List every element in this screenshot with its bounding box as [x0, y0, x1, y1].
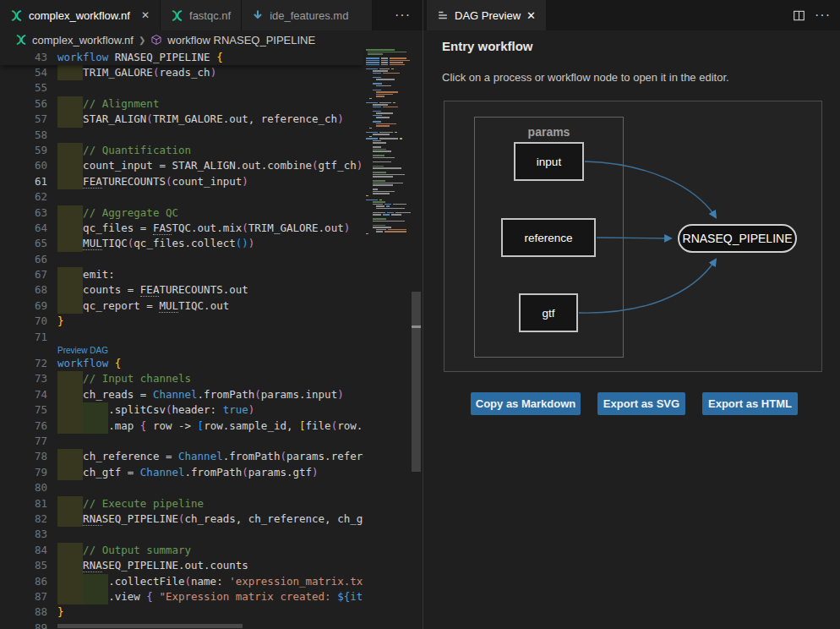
line-number: 68: [0, 282, 47, 298]
node-gtf[interactable]: gtf: [519, 293, 578, 332]
code-line[interactable]: 65 MULTIQC(qc_files.collect()): [0, 236, 363, 251]
dag-preview-panel: DAG Preview ✕ ··· Entry workflow Click o…: [423, 0, 840, 629]
horizontal-scrollbar-thumb[interactable]: [57, 624, 243, 628]
tab-complex-workflow[interactable]: complex_workflow.nf ✕: [0, 0, 161, 30]
code-line[interactable]: 59 // Quantification: [0, 143, 363, 158]
minimap[interactable]: [364, 49, 412, 629]
editor-tabbar: complex_workflow.nf ✕ fastqc.nf ide_feat…: [0, 0, 423, 30]
line-number: 74: [0, 387, 47, 402]
code-line[interactable]: 77: [0, 434, 363, 449]
panel-more-actions[interactable]: ···: [815, 0, 831, 30]
line-number: 73: [0, 371, 47, 386]
line-number: 61: [0, 174, 47, 189]
code-line[interactable]: 86 .collectFile(name: 'expression_matrix…: [0, 574, 363, 589]
line-number: 72: [0, 356, 47, 371]
node-reference[interactable]: reference: [501, 218, 596, 257]
code-line[interactable]: 57 STAR_ALIGN(TRIM_GALORE.out, reference…: [0, 112, 363, 127]
scrollbar-decoration: [412, 325, 421, 328]
breadcrumb-file[interactable]: complex_workflow.nf: [32, 34, 134, 46]
code-line[interactable]: 84 // Output summary: [0, 543, 363, 558]
line-number: 66: [0, 252, 47, 267]
code-line[interactable]: 75 .splitCsv(header: true): [0, 402, 363, 418]
codelens-row: Preview DAG: [0, 345, 363, 356]
line-number: 82: [0, 511, 47, 527]
code-line[interactable]: 81 // Execute pipeline: [0, 496, 363, 511]
tab-label: fastqc.nf: [189, 9, 231, 22]
line-number: 58: [0, 128, 47, 143]
editor-more-actions[interactable]: ···: [395, 0, 411, 30]
tab-fastqc[interactable]: fastqc.nf: [161, 0, 242, 30]
code-line[interactable]: 71: [0, 330, 363, 345]
split-editor-icon[interactable]: [793, 0, 805, 30]
line-number: 85: [0, 558, 47, 573]
node-input[interactable]: input: [514, 142, 584, 181]
code-line[interactable]: 67 emit:: [0, 267, 363, 282]
close-icon[interactable]: ✕: [141, 9, 150, 21]
code-line[interactable]: 60 count_input = STAR_ALIGN.out.combine(…: [0, 158, 363, 173]
code-line[interactable]: 62: [0, 189, 363, 205]
line-number: 78: [0, 449, 47, 464]
code-line[interactable]: 74 ch_reads = Channel.fromPath(params.in…: [0, 387, 363, 402]
line-number: 62: [0, 189, 47, 205]
tab-ide-features[interactable]: ide_features.md: [242, 0, 373, 30]
code-line[interactable]: 70}: [0, 314, 363, 329]
vscode-window: complex_workflow.nf ✕ fastqc.nf ide_feat…: [0, 0, 840, 629]
code-line[interactable]: 82 RNASEQ_PIPELINE(ch_reads, ch_referenc…: [0, 511, 363, 527]
line-number: 65: [0, 236, 47, 251]
line-number: 67: [0, 267, 47, 282]
code-line[interactable]: 58: [0, 128, 363, 143]
sticky-line-number: 43: [0, 49, 47, 65]
line-number: 70: [0, 314, 47, 329]
panel-tabbar: DAG Preview ✕ ···: [423, 0, 840, 30]
code-line[interactable]: 56 // Alignment: [0, 96, 363, 112]
code-line[interactable]: 88}: [0, 604, 363, 620]
code-line[interactable]: 66: [0, 252, 363, 267]
code-line[interactable]: 72workflow {: [0, 356, 363, 371]
code-line[interactable]: 61 FEATURECOUNTS(count_input): [0, 174, 363, 189]
line-number: 79: [0, 465, 47, 480]
breadcrumb-symbol[interactable]: workflow RNASEQ_PIPELINE: [167, 34, 315, 46]
markdown-arrow-icon: [252, 9, 264, 21]
node-rnaseq-pipeline[interactable]: RNASEQ_PIPELINE: [678, 224, 797, 253]
code-line[interactable]: 87 .view { "Expression matrix created: $…: [0, 589, 363, 604]
code-line[interactable]: 80: [0, 480, 363, 495]
line-number: 77: [0, 434, 47, 449]
code-line[interactable]: 69 qc_report = MULTIQC.out: [0, 298, 363, 314]
nextflow-icon: [15, 34, 27, 46]
code-line[interactable]: 64 qc_files = FASTQC.out.mix(TRIM_GALORE…: [0, 221, 363, 236]
sticky-line-text: workflow RNASEQ_PIPELINE {: [57, 49, 363, 65]
vertical-scrollbar-thumb[interactable]: [412, 292, 421, 472]
line-number: 80: [0, 480, 47, 495]
code-lines: 54 TRIM_GALORE(reads_ch)5556 // Alignmen…: [0, 65, 363, 629]
code-line[interactable]: 73 // Input channels: [0, 371, 363, 386]
panel-description: Click on a process or workflow node to o…: [442, 71, 729, 84]
line-number: 63: [0, 205, 47, 221]
code-line[interactable]: 78 ch_reference = Channel.fromPath(param…: [0, 449, 363, 464]
export-as-svg-button[interactable]: Export as SVG: [597, 392, 685, 415]
line-number: 64: [0, 221, 47, 236]
copy-as-markdown-button[interactable]: Copy as Markdown: [471, 392, 581, 415]
vertical-scrollbar[interactable]: [412, 49, 421, 629]
codelens-preview-dag[interactable]: Preview DAG: [57, 345, 108, 356]
tab-dag-preview[interactable]: DAG Preview ✕: [427, 0, 546, 30]
code-line[interactable]: 85 RNASEQ_PIPELINE.out.counts: [0, 558, 363, 573]
code-line[interactable]: 63 // Aggregate QC: [0, 205, 363, 221]
line-number: 81: [0, 496, 47, 511]
code-editor[interactable]: 43 workflow RNASEQ_PIPELINE { 54 TRIM_GA…: [0, 49, 423, 629]
line-number: 60: [0, 158, 47, 173]
code-line[interactable]: 76 .map { row -> [row.sample_id, [file(r…: [0, 418, 363, 434]
params-group-label: params: [475, 125, 623, 139]
preview-lines-icon: [437, 9, 449, 21]
code-line[interactable]: 79 ch_gtf = Channel.fromPath(params.gtf): [0, 465, 363, 480]
code-line[interactable]: 83: [0, 527, 363, 542]
breadcrumb: complex_workflow.nf ❯ workflow RNASEQ_PI…: [0, 30, 423, 49]
code-line[interactable]: 68 counts = FEATURECOUNTS.out: [0, 282, 363, 298]
dag-diagram: params input reference gtf RNASEQ_PIPELI…: [444, 101, 822, 372]
export-as-html-button[interactable]: Export as HTML: [702, 392, 798, 415]
code-line[interactable]: 55: [0, 80, 363, 96]
line-number: 83: [0, 527, 47, 542]
line-number: 86: [0, 574, 47, 589]
code-line[interactable]: 54 TRIM_GALORE(reads_ch): [0, 65, 363, 80]
sticky-scroll-line[interactable]: 43 workflow RNASEQ_PIPELINE {: [0, 49, 363, 65]
close-icon[interactable]: ✕: [526, 9, 536, 22]
